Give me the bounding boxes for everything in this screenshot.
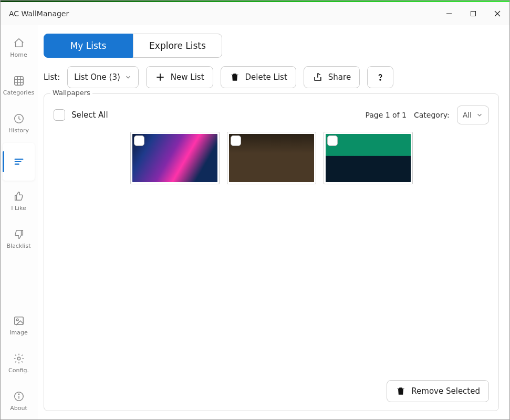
maximize-button[interactable] xyxy=(461,3,485,25)
sidebar-item-categories[interactable]: Categories xyxy=(1,66,37,104)
panel-footer: Remove Selected xyxy=(54,380,489,402)
sidebar-item-label: Categories xyxy=(3,89,34,96)
sidebar-item-config[interactable]: Config. xyxy=(1,344,37,382)
panel-legend: Wallpapers xyxy=(50,89,92,97)
svg-point-14 xyxy=(16,319,18,321)
app-window: AC WallManager Home Categories xyxy=(0,0,510,420)
list-dropdown[interactable]: List One (3) xyxy=(67,66,139,88)
plus-icon xyxy=(155,72,165,82)
thumbnail-image xyxy=(326,134,411,182)
maximize-icon xyxy=(470,9,476,19)
sidebar-item-label: Blacklist xyxy=(7,243,31,249)
sidebar-item-history[interactable]: History xyxy=(1,104,37,142)
tab-explore-lists[interactable]: Explore Lists xyxy=(133,34,222,58)
gear-icon xyxy=(13,352,25,365)
tab-my-lists[interactable]: My Lists xyxy=(44,34,133,58)
sidebar-item-label: I Like xyxy=(11,205,26,212)
help-icon xyxy=(375,72,386,82)
share-button[interactable]: Share xyxy=(304,66,360,88)
grid-icon xyxy=(13,75,25,87)
sidebar-item-label: History xyxy=(8,127,29,134)
window-title: AC WallManager xyxy=(9,9,69,18)
svg-point-21 xyxy=(380,79,381,80)
sidebar-item-about[interactable]: About xyxy=(1,382,37,419)
sidebar-item-image[interactable]: Image xyxy=(1,306,37,344)
titlebar: AC WallManager xyxy=(1,2,509,25)
help-button[interactable] xyxy=(367,66,393,88)
sidebar-spacer xyxy=(1,257,37,306)
thumbnail-checkbox[interactable] xyxy=(327,135,338,146)
minimize-button[interactable] xyxy=(437,3,461,25)
list-dropdown-value: List One (3) xyxy=(74,72,120,82)
button-label: New List xyxy=(171,72,204,82)
toolbar: List: List One (3) New List Delete List … xyxy=(44,66,499,88)
sidebar-item-lists[interactable] xyxy=(3,143,35,181)
category-dropdown[interactable]: All xyxy=(457,106,489,124)
home-icon xyxy=(13,37,25,49)
tabs: My Lists Explore Lists xyxy=(44,34,499,58)
thumbnail-checkbox[interactable] xyxy=(231,135,241,146)
info-icon xyxy=(13,390,25,403)
trash-icon xyxy=(395,386,406,396)
page-indicator: Page 1 of 1 xyxy=(365,111,407,119)
button-label: Delete List xyxy=(245,72,287,82)
select-all-wrap: Select All xyxy=(54,109,108,121)
history-icon xyxy=(13,112,25,125)
delete-list-button[interactable]: Delete List xyxy=(221,66,296,88)
button-label: Share xyxy=(328,72,351,82)
thumbnail-checkbox[interactable] xyxy=(134,135,144,146)
main-content: My Lists Explore Lists List: List One (3… xyxy=(37,25,509,419)
chevron-down-icon xyxy=(476,111,483,119)
thumbnail-image xyxy=(132,134,217,182)
sidebar-item-label: Image xyxy=(9,329,27,336)
chevron-down-icon xyxy=(124,74,132,81)
new-list-button[interactable]: New List xyxy=(146,66,213,88)
thumbs-down-icon xyxy=(13,228,25,240)
wallpapers-panel: Wallpapers Select All Page 1 of 1 Catego… xyxy=(44,93,499,411)
select-all-checkbox[interactable] xyxy=(54,109,65,121)
svg-point-15 xyxy=(17,357,20,360)
wallpaper-thumbnail[interactable] xyxy=(130,132,220,184)
thumbnail-image xyxy=(229,134,314,182)
thumbs-up-icon xyxy=(13,190,25,203)
wallpaper-thumbnail[interactable] xyxy=(324,132,413,184)
sidebar-item-home[interactable]: Home xyxy=(1,28,37,66)
svg-rect-13 xyxy=(14,317,23,324)
category-dropdown-value: All xyxy=(463,111,472,119)
panel-meta: Page 1 of 1 Category: All xyxy=(365,106,489,124)
sidebar-item-label: Home xyxy=(10,51,27,58)
list-icon xyxy=(13,155,25,168)
list-label: List: xyxy=(44,72,60,82)
sidebar: Home Categories History I Like Blacklist xyxy=(1,25,37,419)
close-icon xyxy=(494,9,501,19)
category-label: Category: xyxy=(414,111,450,119)
svg-rect-4 xyxy=(14,76,23,85)
share-icon xyxy=(313,72,323,82)
wallpaper-thumbnail[interactable] xyxy=(227,132,316,184)
trash-icon xyxy=(230,72,240,82)
gallery xyxy=(54,132,489,184)
close-button[interactable] xyxy=(485,3,509,25)
remove-selected-button[interactable]: Remove Selected xyxy=(387,380,489,402)
sidebar-item-ilike[interactable]: I Like xyxy=(1,182,37,219)
minimize-icon xyxy=(446,9,452,19)
sidebar-item-label: Config. xyxy=(8,367,29,374)
svg-point-18 xyxy=(18,394,19,394)
select-all-label: Select All xyxy=(71,110,108,120)
sidebar-item-label: About xyxy=(10,405,27,412)
window-controls xyxy=(437,3,509,25)
sidebar-item-blacklist[interactable]: Blacklist xyxy=(1,219,37,257)
app-body: Home Categories History I Like Blacklist xyxy=(1,25,509,419)
button-label: Remove Selected xyxy=(411,386,480,396)
svg-rect-1 xyxy=(471,11,476,16)
image-icon xyxy=(13,314,25,327)
panel-top-row: Select All Page 1 of 1 Category: All xyxy=(54,106,489,124)
